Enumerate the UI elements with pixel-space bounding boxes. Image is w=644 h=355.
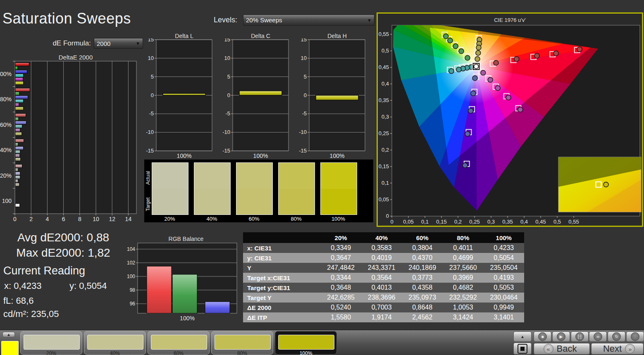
stop-button[interactable]: ■ xyxy=(534,331,551,342)
table-value-cell: 0,3564 xyxy=(361,274,402,281)
table-value-cell: 3,1424 xyxy=(443,314,484,321)
table-value-cell: 1,9174 xyxy=(361,314,402,321)
table-value-cell: 237,5660 xyxy=(443,264,484,272)
sample-tile-20%[interactable]: 20% xyxy=(20,331,82,355)
tile-label: 20% xyxy=(21,350,82,355)
table-header-row: 20%40%60%80%100% xyxy=(243,232,524,243)
table-header-cell: 20% xyxy=(320,234,361,241)
svg-text:0: 0 xyxy=(390,219,393,225)
swatch-level-label: 100% xyxy=(320,216,356,222)
delta-h-chart: -15-10-5051015100% xyxy=(296,38,368,160)
sample-tile-40%[interactable]: 40% xyxy=(84,331,146,355)
cie-1976-panel[interactable]: CIE 1976 u'v' 00,050,10,150,20,250,30,35… xyxy=(377,12,643,227)
svg-text:100%: 100% xyxy=(0,71,12,77)
chevron-down-icon: ▼ xyxy=(365,18,372,23)
svg-text:12: 12 xyxy=(109,216,115,222)
tile-color-chip xyxy=(215,335,271,350)
actual-target-swatch-strip: Actual Target 20%40%60%80%100% xyxy=(144,160,373,222)
calibration-app-window: Saturation Sweeps dE Formula: 2000 ▼ Del… xyxy=(0,0,644,355)
table-value-cell: 0,4019 xyxy=(361,254,402,262)
bottom-bar: ▲ 20%40%60%80%100% ▲ ■▶[·]∞↻ « Back Next… xyxy=(0,330,644,355)
continuous-measure-button[interactable]: ∞ xyxy=(589,331,607,342)
de-formula-value: 2000 xyxy=(97,40,134,47)
levels-dropdown[interactable]: 20% Sweeps ▼ xyxy=(243,14,374,26)
sample-tile-60%[interactable]: 60% xyxy=(148,331,210,355)
svg-text:0,4: 0,4 xyxy=(382,81,389,87)
swatch-level-label: 80% xyxy=(278,216,314,222)
svg-text:-15: -15 xyxy=(299,148,307,154)
table-value-cell: 0,4011 xyxy=(443,244,484,252)
swatch-level-label: 60% xyxy=(236,216,272,222)
table-value-cell: 0,3583 xyxy=(361,244,402,252)
results-table: 20%40%60%80%100%x: CIE310,33490,35830,38… xyxy=(243,232,524,322)
tile-label: 60% xyxy=(148,350,209,355)
cie-chromaticity-chart: 00,050,10,150,20,250,30,350,40,450,50,55… xyxy=(378,14,642,226)
table-value-cell: 2,4562 xyxy=(402,314,443,321)
table-row-label: y: CIE31 xyxy=(243,255,320,262)
table-row-label: ΔE 2000 xyxy=(243,304,320,311)
table-value-cell: 243,3371 xyxy=(361,264,402,272)
levels-value: 20% Sweeps xyxy=(246,17,365,24)
table-value-cell: 0,4013 xyxy=(361,284,402,291)
table-value-cell: 0,5053 xyxy=(483,284,524,291)
next-button[interactable]: Next » xyxy=(591,343,644,355)
tile-color-chip xyxy=(278,335,334,350)
extra-button[interactable] xyxy=(626,331,644,342)
svg-text:10: 10 xyxy=(148,55,154,61)
pattern-window-icon xyxy=(518,344,527,354)
current-cdm2: cd/m²: 235,05 xyxy=(3,309,59,319)
pattern-window-button[interactable] xyxy=(513,343,532,355)
single-measure-button[interactable]: [·] xyxy=(571,331,589,342)
svg-text:5: 5 xyxy=(227,74,230,80)
table-row-label: x: CIE31 xyxy=(243,245,320,252)
table-row: x: CIE310,33490,35830,38040,40110,4233 xyxy=(243,243,524,253)
de-formula-dropdown[interactable]: 2000 ▼ xyxy=(94,38,143,49)
de-summary: Avg dE2000: 0,88 Max dE2000: 1,82 xyxy=(7,230,119,260)
svg-text:0,5: 0,5 xyxy=(382,48,389,54)
svg-text:0: 0 xyxy=(13,216,17,222)
back-button[interactable]: « Back xyxy=(534,343,590,355)
table-value-cell: 242,6285 xyxy=(320,294,361,301)
table-value-cell: 230,0464 xyxy=(483,294,524,301)
svg-text:2: 2 xyxy=(29,216,33,222)
svg-text:0,5: 0,5 xyxy=(553,219,561,225)
table-row: y: CIE310,36470,40190,43700,46990,5054 xyxy=(243,253,524,263)
back-label: Back xyxy=(553,343,580,354)
svg-text:0,15: 0,15 xyxy=(379,163,389,169)
table-value-cell: 0,3773 xyxy=(402,274,443,281)
tile-label: 80% xyxy=(212,350,273,355)
svg-text:5: 5 xyxy=(304,74,307,80)
deltae2000-chart: 02468101214100%80%60%40%20%100 xyxy=(0,60,141,225)
refresh-button[interactable]: ↻ xyxy=(608,331,625,342)
play-button[interactable]: ▶ xyxy=(552,331,570,342)
svg-text:6: 6 xyxy=(62,216,65,222)
svg-text:15: 15 xyxy=(224,38,230,43)
table-header-cell: 60% xyxy=(402,234,443,241)
table-value-cell: 0,5240 xyxy=(320,304,361,311)
svg-text:80%: 80% xyxy=(0,96,12,102)
svg-text:0,1: 0,1 xyxy=(382,180,389,186)
table-value-cell: 0,7003 xyxy=(361,304,402,311)
table-value-cell: 3,1401 xyxy=(483,314,524,321)
svg-text:0,2: 0,2 xyxy=(454,219,462,225)
svg-text:-15: -15 xyxy=(146,148,154,154)
sample-tile-80%[interactable]: 80% xyxy=(211,331,273,355)
table-value-cell: 1,0053 xyxy=(443,304,484,311)
svg-text:10: 10 xyxy=(301,55,307,61)
page-title: Saturation Sweeps xyxy=(2,10,131,27)
table-header-cell: 40% xyxy=(361,234,402,241)
continuous-measure-icon: ∞ xyxy=(594,332,602,341)
reference-color-swatch xyxy=(1,341,19,355)
current-reading-label: Current Reading xyxy=(3,264,85,277)
svg-text:40%: 40% xyxy=(0,147,12,153)
svg-text:96: 96 xyxy=(130,301,136,307)
collapse-strip-button[interactable]: ▲ xyxy=(2,332,15,337)
table-row-label: Target x:CIE31 xyxy=(243,274,320,281)
collapse-controls-button[interactable]: ▲ xyxy=(513,331,532,342)
sample-tile-100%[interactable]: 100% xyxy=(275,331,337,355)
target-row-label: Target xyxy=(145,192,151,217)
table-row: ΔE 20000,52400,70030,86481,00530,9949 xyxy=(243,303,524,312)
svg-text:100%: 100% xyxy=(253,152,268,159)
swatch-level-label: 40% xyxy=(194,216,230,222)
table-row: Y247,4842243,3371240,1869237,5660235,050… xyxy=(243,263,524,273)
